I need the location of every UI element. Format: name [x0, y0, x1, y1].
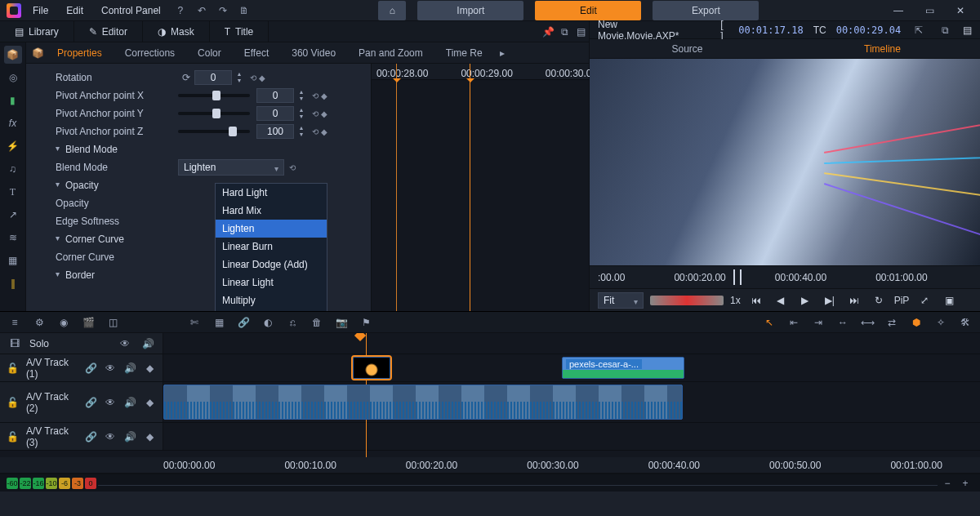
tl-gear-icon[interactable]: ⚙ [31, 314, 47, 331]
tl-trash-icon[interactable]: 🗑 [309, 314, 325, 331]
tl-link-icon[interactable]: 🔗 [235, 314, 252, 331]
tool-text-icon[interactable]: T [4, 183, 22, 201]
razor-icon[interactable]: ✄ [186, 314, 203, 331]
subtab-panzoom[interactable]: Pan and Zoom [347, 42, 434, 63]
reset-icon[interactable]: ⟲ [289, 163, 296, 172]
step-forward-icon[interactable]: ▶| [821, 291, 839, 309]
timecode-position[interactable]: 00:01:17.18 [738, 24, 803, 36]
blend-option-selected[interactable]: Lighten [216, 220, 327, 238]
step-back-icon[interactable]: ◀ [772, 291, 790, 309]
mini-playhead[interactable] [470, 64, 470, 311]
subtab-timeremap[interactable]: Time Re [434, 42, 494, 63]
tab-library[interactable]: ▤Library [0, 21, 74, 42]
tool-bolt-icon[interactable]: ⚡ [4, 137, 22, 155]
tl-grid-icon[interactable]: ▦ [211, 314, 227, 331]
tab-mask[interactable]: ◑Mask [143, 21, 210, 42]
group-border[interactable]: Border [56, 269, 178, 281]
popout-icon[interactable]: ⇱ [911, 22, 927, 38]
track-speaker-icon[interactable]: 🔊 [123, 394, 136, 411]
minimize-icon[interactable]: — [885, 2, 911, 20]
menu-control-panel[interactable]: Control Panel [95, 2, 167, 19]
pivot-x-slider[interactable] [178, 94, 250, 97]
pivot-z-value[interactable]: 100 [256, 124, 294, 139]
timeline-marker[interactable] [354, 333, 366, 341]
pivot-z-slider[interactable] [178, 130, 250, 133]
blend-option[interactable]: Linear Dodge (Add) [216, 256, 327, 274]
subtab-box-icon[interactable]: 📦 [29, 45, 46, 61]
blend-option[interactable]: Hard Mix [216, 202, 327, 220]
rotation-stepper[interactable]: ▲▼ [234, 70, 245, 85]
layout-icon[interactable]: ⧉ [556, 24, 572, 40]
slip-icon[interactable]: ↔ [835, 314, 851, 331]
dual-view-icon[interactable]: ⧉ [937, 22, 953, 38]
mini-marker[interactable] [396, 64, 397, 311]
tl-wrench-icon[interactable]: 🛠 [957, 314, 973, 331]
tool-folder-icon[interactable]: ▮ [4, 91, 22, 109]
play-icon[interactable]: ▶ [796, 291, 814, 309]
tool-bin-icon[interactable]: 📦 [4, 46, 22, 64]
rotation-dial-icon[interactable]: ⟳ [178, 69, 194, 86]
pivot-z-stepper[interactable]: ▲▼ [296, 124, 307, 139]
blend-option[interactable]: Overlay [216, 309, 327, 311]
subtab-effect[interactable]: Effect [233, 42, 280, 63]
pivot-x-value[interactable]: 0 [256, 88, 294, 103]
tab-editor[interactable]: ✎Editor [74, 21, 143, 42]
pip-label[interactable]: PiP [894, 295, 910, 306]
undo-icon[interactable]: ↶ [194, 2, 210, 19]
pivot-y-value[interactable]: 0 [256, 106, 294, 121]
home-button[interactable]: ⌂ [378, 1, 406, 20]
document-icon[interactable]: 🗎 [236, 2, 252, 19]
solo-film-icon[interactable]: 🎞 [7, 336, 23, 352]
help-icon[interactable]: ? [172, 2, 189, 19]
blend-option[interactable]: Linear Light [216, 274, 327, 291]
fullscreen-icon[interactable]: ⤢ [915, 291, 933, 309]
track-lock-icon[interactable]: 🔓 [7, 394, 20, 411]
zoom-scrollbar[interactable] [98, 485, 938, 486]
blend-mode-dropdown[interactable]: Hard Light Hard Mix Lighten Linear Burn … [215, 183, 327, 311]
track-link-icon[interactable]: 🔗 [84, 360, 97, 376]
pivot-x-stepper[interactable]: ▲▼ [296, 88, 307, 103]
jog-shuttle[interactable] [650, 296, 724, 305]
mode-export[interactable]: Export [653, 1, 759, 20]
close-icon[interactable]: ✕ [947, 2, 973, 20]
pivot-y-stepper[interactable]: ▲▼ [296, 106, 307, 121]
video-preview[interactable] [590, 59, 980, 265]
timeline-clip[interactable]: pexels-cesar-a-... [562, 357, 684, 379]
group-corner-curve[interactable]: Corner Curve [56, 234, 178, 245]
maximize-icon[interactable]: ▭ [916, 2, 942, 20]
blend-mode-select[interactable]: Lighten [178, 159, 284, 176]
track-eye-icon[interactable]: 👁 [104, 429, 117, 445]
magnet-icon[interactable]: ⬢ [908, 314, 924, 331]
zoom-out-icon[interactable]: − [939, 475, 956, 492]
tab-title[interactable]: TTitle [210, 21, 270, 42]
tool-fx-icon[interactable]: fx [4, 114, 22, 132]
tl-menu-icon[interactable]: ≡ [7, 314, 23, 331]
timeline-clip[interactable] [163, 385, 683, 420]
track-speaker-icon[interactable]: 🔊 [140, 336, 156, 352]
timecode-duration[interactable]: 00:00:29.04 [836, 24, 901, 36]
tl-marker-icon[interactable]: ⚑ [358, 314, 374, 331]
track-eye-icon[interactable]: 👁 [117, 336, 133, 352]
track-eye-icon[interactable]: 👁 [104, 360, 117, 376]
menu-edit[interactable]: Edit [60, 2, 90, 19]
track-speaker-icon[interactable]: 🔊 [123, 429, 136, 445]
mode-edit[interactable]: Edit [535, 1, 641, 20]
panel-menu-icon[interactable]: ▤ [572, 24, 589, 40]
tl-mask-icon[interactable]: ◐ [260, 314, 276, 331]
keyframe-toggle[interactable]: ⟲ ◆ [250, 73, 265, 82]
blend-option[interactable]: Multiply [216, 291, 327, 309]
tool-template-icon[interactable]: ▦ [4, 251, 22, 269]
menu-file[interactable]: File [26, 2, 55, 19]
tl-clapper-icon[interactable]: 🎬 [80, 314, 96, 331]
keyframe-toggle[interactable]: ⟲ ◆ [312, 91, 327, 100]
mark-in-icon[interactable]: ⇤ [786, 314, 802, 331]
keyframe-toggle[interactable]: ⟲ ◆ [312, 127, 327, 136]
track-lock-icon[interactable]: 🔓 [7, 360, 20, 376]
track-link-icon[interactable]: 🔗 [84, 394, 97, 411]
tab-timeline[interactable]: Timeline [785, 39, 980, 58]
tl-split-icon[interactable]: ⎌ [284, 314, 301, 331]
track-speaker-icon[interactable]: 🔊 [123, 360, 136, 376]
mark-out-icon[interactable]: ⇥ [810, 314, 826, 331]
track-keyframe-icon[interactable]: ◆ [143, 360, 156, 376]
pin-icon[interactable]: 📌 [540, 24, 556, 40]
